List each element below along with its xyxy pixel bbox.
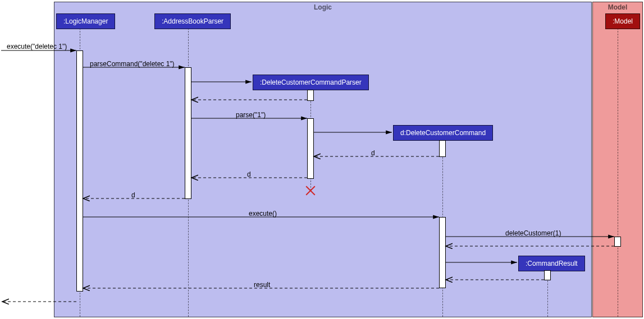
msg-result: result bbox=[254, 281, 270, 289]
lifeline-model bbox=[618, 28, 618, 317]
activation-dccp-2 bbox=[307, 118, 314, 179]
frame-logic-label: Logic bbox=[314, 3, 332, 11]
msg-execute: execute() bbox=[249, 210, 277, 218]
msg-parsecommand: parseCommand("deletec 1") bbox=[90, 60, 175, 68]
activation-dcc-1 bbox=[439, 140, 446, 157]
msg-return-d2: d bbox=[247, 170, 251, 178]
destroy-dccp bbox=[304, 184, 317, 197]
participant-logicmanager: :LogicManager bbox=[56, 13, 115, 29]
activation-commandresult bbox=[544, 270, 551, 280]
sequence-diagram-canvas: Logic Model :LogicManager :AddressBookPa… bbox=[0, 0, 644, 319]
participant-dccp: :DeleteCustomerCommandParser bbox=[253, 75, 369, 90]
participant-addressbookparser: :AddressBookParser bbox=[154, 13, 231, 29]
activation-model bbox=[614, 237, 621, 247]
frame-model-label: Model bbox=[608, 3, 628, 11]
participant-dcc: d:DeleteCustomerCommand bbox=[393, 125, 493, 141]
msg-return-d3: d bbox=[131, 191, 135, 199]
participant-model: :Model bbox=[605, 13, 640, 29]
activation-logicmanager bbox=[76, 50, 83, 292]
msg-return-d1: d bbox=[371, 149, 375, 157]
msg-parse: parse("1") bbox=[236, 111, 266, 119]
activation-addressbookparser bbox=[185, 67, 191, 199]
activation-dccp-1 bbox=[307, 90, 314, 101]
msg-deletecustomer: deleteCustomer(1) bbox=[505, 229, 561, 237]
msg-external-execute: execute("deletec 1") bbox=[7, 43, 67, 50]
activation-dcc-2 bbox=[439, 217, 446, 288]
frame-logic: Logic bbox=[54, 2, 592, 317]
participant-commandresult: :CommandResult bbox=[518, 256, 585, 271]
